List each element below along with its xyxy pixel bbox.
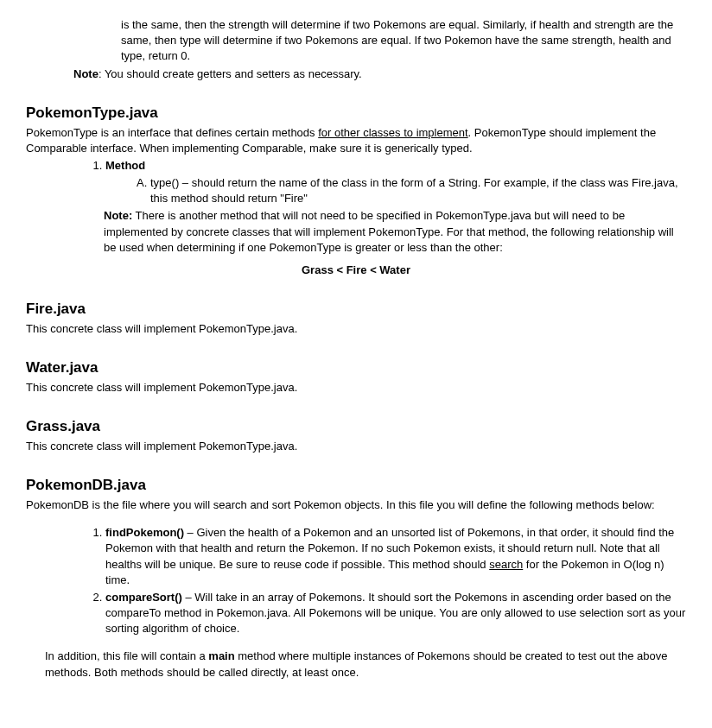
grass-text: This concrete class will implement Pokem…	[26, 439, 686, 454]
pokemontype-note: Note: There is another method that will …	[104, 208, 686, 256]
continuation-text: is the same, then the strength will dete…	[121, 17, 686, 65]
list-item: compareSort() – Will take in an array of…	[105, 590, 686, 637]
method-name-comparesort: compareSort()	[105, 591, 182, 604]
pokemontype-method-list: Method type() – should return the name o…	[86, 158, 686, 207]
m1-search-underline: search	[489, 558, 523, 571]
method-type-text: type() – should return the name of the c…	[150, 176, 678, 205]
type-ordering: Grass < Fire < Water	[26, 263, 686, 278]
intro-pre: PokemonType is an interface that defines…	[26, 126, 318, 139]
addendum-pre: In addition, this file will contain a	[45, 649, 208, 662]
pokemondb-method-list: findPokemon() – Given the health of a Po…	[86, 525, 686, 636]
heading-pokemontype: PokemonType.java	[26, 103, 686, 123]
heading-grass: Grass.java	[26, 416, 686, 437]
fire-text: This concrete class will implement Pokem…	[26, 321, 686, 337]
intro-underlined: for other classes to implement	[318, 126, 467, 139]
method-name-findpokemon: findPokemon()	[105, 526, 184, 539]
water-text: This concrete class will implement Pokem…	[26, 380, 686, 396]
note-label: Note:	[104, 209, 132, 222]
pokemontype-intro: PokemonType is an interface that defines…	[26, 125, 686, 156]
heading-fire: Fire.java	[26, 299, 686, 320]
method-label: Method	[105, 159, 145, 172]
heading-water: Water.java	[26, 358, 686, 378]
m2-text: – Will take in an array of Pokemons. It …	[105, 591, 685, 635]
method-sublist: type() – should return the name of the c…	[131, 175, 686, 206]
top-note: Note: You should create getters and sett…	[73, 66, 686, 82]
note-label: Note	[73, 67, 99, 80]
pokemondb-addendum: In addition, this file will contain a ma…	[45, 649, 686, 680]
list-item: Method type() – should return the name o…	[105, 158, 686, 207]
note-text: : You should create getters and setters …	[99, 67, 362, 80]
note-text: There is another method that will not ne…	[104, 209, 674, 253]
list-item: findPokemon() – Given the health of a Po…	[105, 525, 686, 588]
pokemondb-intro: PokemonDB is the file where you will sea…	[26, 497, 686, 513]
heading-pokemondb: PokemonDB.java	[26, 475, 686, 496]
addendum-main: main	[208, 649, 234, 662]
list-item: type() – should return the name of the c…	[150, 175, 686, 206]
